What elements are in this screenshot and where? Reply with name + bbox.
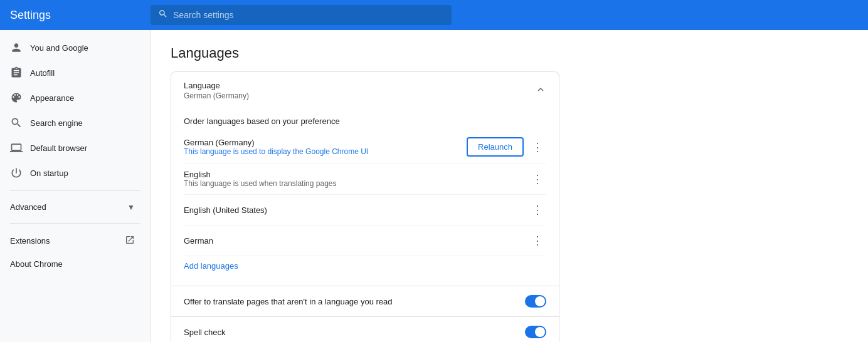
language-menu-english[interactable]: ⋮ [529, 170, 546, 188]
translate-toggle-row: Offer to translate pages that aren't in … [171, 286, 559, 316]
lang-name-english-us: English (United States) [184, 205, 267, 215]
sidebar-label-appearance: Appearance [30, 93, 74, 103]
relaunch-button[interactable]: Relaunch [467, 137, 524, 157]
extensions-label: Extensions [10, 236, 50, 246]
about-chrome-label: About Chrome [10, 259, 63, 269]
sidebar-item-default-browser[interactable]: Default browser [0, 135, 145, 160]
lang-name-german-germany: German (Germany) [184, 138, 368, 147]
lang-actions-english-us: ⋮ [529, 201, 546, 219]
translate-toggle[interactable] [525, 295, 546, 308]
search-icon [158, 9, 168, 21]
language-section-title: Language [184, 81, 249, 90]
lang-actions-german-germany: Relaunch ⋮ [467, 137, 546, 157]
spell-check-toggle-row: Spell check [171, 316, 559, 342]
lang-desc-german-germany: This language is used to display the Goo… [184, 147, 368, 156]
power-icon [10, 167, 23, 179]
external-link-icon [125, 235, 135, 247]
lang-name-english: English [184, 170, 337, 179]
sidebar-item-appearance[interactable]: Appearance [0, 85, 145, 110]
sidebar-item-search-engine[interactable]: Search engine [0, 110, 145, 135]
main-content: Languages Language German (Germany) Orde… [151, 30, 868, 342]
language-menu-english-us[interactable]: ⋮ [529, 201, 546, 219]
lang-info-german-germany: German (Germany) This language is used t… [184, 138, 368, 156]
translate-toggle-label: Offer to translate pages that aren't in … [184, 297, 393, 306]
language-row-english: English This language is used when trans… [184, 163, 546, 195]
lang-info-english: English This language is used when trans… [184, 170, 337, 188]
language-row-german-germany: German (Germany) This language is used t… [184, 131, 546, 163]
sidebar: You and Google Autofill Appearance Searc… [0, 30, 151, 342]
lang-actions-english: ⋮ [529, 170, 546, 188]
languages-card: Language German (Germany) Order language… [171, 71, 559, 342]
spell-check-toggle[interactable] [525, 326, 546, 338]
sidebar-item-you-and-google[interactable]: You and Google [0, 35, 145, 60]
spell-check-toggle-label: Spell check [184, 328, 225, 337]
assignment-icon [10, 66, 23, 79]
language-section-body: Order languages based on your preference… [171, 109, 559, 286]
order-label: Order languages based on your preference [184, 109, 546, 131]
language-menu-german-germany[interactable]: ⋮ [529, 138, 546, 156]
language-section-title-group: Language German (Germany) [184, 81, 249, 100]
sidebar-item-on-startup[interactable]: On startup [0, 160, 145, 185]
sidebar-label-you-and-google: You and Google [30, 43, 88, 53]
lang-name-german: German [184, 236, 213, 246]
language-section-subtitle: German (Germany) [184, 91, 249, 100]
content-area: You and Google Autofill Appearance Searc… [0, 30, 868, 342]
sidebar-divider-1 [10, 190, 140, 191]
sidebar-item-autofill[interactable]: Autofill [0, 60, 145, 85]
search-input[interactable] [173, 10, 444, 20]
add-languages-link[interactable]: Add languages [184, 256, 238, 276]
sidebar-item-extensions[interactable]: Extensions [0, 229, 145, 253]
lang-info-german: German [184, 236, 213, 246]
page-title: Languages [171, 45, 848, 61]
sidebar-label-on-startup: On startup [30, 168, 68, 178]
lang-desc-english: This language is used when translating p… [184, 179, 337, 188]
search-bar[interactable] [151, 5, 452, 25]
chevron-up-icon [535, 84, 546, 97]
lang-actions-german: ⋮ [529, 232, 546, 249]
sidebar-item-advanced[interactable]: Advanced ▼ [0, 196, 145, 218]
extensions-left: Extensions [10, 236, 50, 246]
computer-icon [10, 142, 23, 154]
language-menu-german[interactable]: ⋮ [529, 232, 546, 249]
language-row-english-us: English (United States) ⋮ [184, 195, 546, 225]
search-engine-icon [10, 117, 23, 129]
sidebar-label-default-browser: Default browser [30, 143, 87, 153]
sidebar-label-search-engine: Search engine [30, 118, 83, 128]
palette-icon [10, 91, 23, 104]
sidebar-item-about-chrome[interactable]: About Chrome [0, 253, 145, 275]
settings-title: Settings [10, 9, 135, 22]
language-row-german: German ⋮ [184, 225, 546, 256]
header: Settings [0, 0, 868, 30]
person-icon [10, 41, 23, 54]
sidebar-divider-2 [10, 223, 140, 224]
sidebar-label-autofill: Autofill [30, 68, 55, 78]
lang-info-english-us: English (United States) [184, 205, 267, 215]
chevron-down-icon: ▼ [127, 203, 135, 212]
language-section-header[interactable]: Language German (Germany) [171, 72, 559, 109]
advanced-label: Advanced [10, 202, 122, 212]
